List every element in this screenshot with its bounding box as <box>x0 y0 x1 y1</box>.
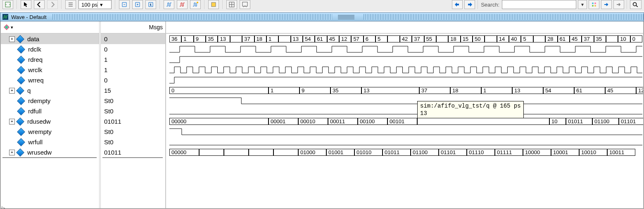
toolbar-wave-button[interactable] <box>164 0 174 9</box>
bus-segment: 01000 <box>298 149 326 156</box>
bus-segment <box>387 35 399 42</box>
search-go-button[interactable] <box>613 0 624 9</box>
bus-segment: 6 <box>364 35 375 42</box>
signal-row-wrclk[interactable]: wrclk <box>1 65 99 75</box>
bus-segment: 35 <box>594 35 606 42</box>
signal-msg-data[interactable]: 0 <box>101 34 165 44</box>
signal-msg-wrreq[interactable]: 0 <box>101 75 165 85</box>
toolbar-cursor-button[interactable] <box>21 0 31 9</box>
bus-segment: 9 <box>194 35 206 42</box>
signal-row-rdfull[interactable]: rdfull <box>1 106 99 116</box>
svg-point-9 <box>633 2 637 6</box>
bus-segment: 00010 <box>298 118 328 125</box>
waveform-body[interactable]: 3619351337181135461451257654237551815501… <box>166 34 643 208</box>
lane-data[interactable]: 3619351337181135461451257654237551815501… <box>169 34 642 44</box>
signal-msg-rdfull[interactable]: St0 <box>101 106 165 116</box>
toolbar-fwd-button[interactable] <box>47 0 58 9</box>
signal-msg-wrfull[interactable]: St0 <box>101 137 165 147</box>
bus-segment: 36 <box>169 35 181 42</box>
lane-rdusedw[interactable]: 0000000001000100001100100001011001011011… <box>169 116 642 127</box>
bus-segment: 01110 <box>467 149 495 156</box>
lane-rdempty[interactable] <box>169 96 642 106</box>
signal-msg-value: 1 <box>104 56 107 63</box>
titlebar-grip[interactable] <box>338 14 354 19</box>
chevron-down-icon[interactable]: ▾ <box>97 2 105 8</box>
toolbar-memory-button[interactable] <box>208 0 219 9</box>
signal-name-label: wrfull <box>28 139 43 146</box>
lane-wrclk[interactable] <box>169 65 642 75</box>
toolbar-back-button[interactable] <box>34 0 45 9</box>
toolbar-find-next-button[interactable] <box>464 0 475 9</box>
signal-row-rdempty[interactable]: rdempty <box>1 96 99 106</box>
lane-wrempty[interactable] <box>169 127 642 137</box>
signal-msg-rdempty[interactable]: St0 <box>101 96 165 106</box>
chevron-down-icon[interactable]: ▾ <box>11 25 13 30</box>
signal-row-rdusedw[interactable]: +rdusedw <box>1 116 99 127</box>
zoom-button[interactable] <box>630 0 642 9</box>
bus-segment: 1 <box>266 35 278 42</box>
lane-wrusedw[interactable]: 0000001000010010101001011011000110101110… <box>169 147 642 157</box>
signal-row-rdreq[interactable]: rdreq <box>1 54 99 65</box>
bus-segment: 13 <box>291 35 303 42</box>
search-options-button[interactable] <box>589 0 599 9</box>
signal-msg-value: 0 <box>104 46 107 53</box>
bus-segment: 35 <box>206 35 218 42</box>
signal-row-wrempty[interactable]: wrempty <box>1 127 99 137</box>
toolbar-button[interactable] <box>2 0 13 9</box>
lane-wrfull[interactable] <box>169 137 642 147</box>
expand-icon[interactable]: + <box>9 88 15 94</box>
signal-msg-q[interactable]: 15 <box>101 85 165 96</box>
signal-msg-wrempty[interactable]: St0 <box>101 127 165 137</box>
bus-segment: 01100 <box>411 149 439 156</box>
toolbar-list-button[interactable] <box>65 0 76 9</box>
signal-msg-wrusedw[interactable]: 01011 <box>101 147 165 157</box>
bus-segment: 12 <box>636 87 643 94</box>
signals-icon[interactable] <box>3 24 10 31</box>
wave-window-titlebar[interactable]: Wave - Default <box>0 12 644 21</box>
expand-icon[interactable]: + <box>9 36 15 42</box>
search-dropdown-button[interactable]: ▾ <box>578 0 587 9</box>
signal-row-q[interactable]: +q <box>1 85 99 96</box>
search-go-button[interactable] <box>601 0 612 9</box>
bus-segment: 01101 <box>619 118 643 125</box>
bus-segment: 01010 <box>354 149 383 156</box>
time-field[interactable]: 100 ps▾ <box>78 0 112 9</box>
signal-name-label: wrreq <box>28 77 44 84</box>
signal-msg-rdusedw[interactable]: 01011 <box>101 116 165 127</box>
toolbar-dropdown-button[interactable] <box>240 0 250 9</box>
toolbar-step-button[interactable] <box>132 0 143 9</box>
signal-row-wrusedw[interactable]: +wrusedw <box>1 147 99 157</box>
toolbar-grid-button[interactable] <box>226 0 237 9</box>
lane-rdclk[interactable] <box>169 44 642 54</box>
signal-row-wrfull[interactable]: wrfull <box>1 137 99 147</box>
signal-row-rdclk[interactable]: rdclk <box>1 44 99 54</box>
toolbar-wave-star-button[interactable] <box>190 0 201 9</box>
expand-icon[interactable]: + <box>9 150 15 155</box>
signal-msg-rdreq[interactable]: 1 <box>101 54 165 65</box>
signal-name-label: wrusedw <box>27 149 52 156</box>
signal-msg-wrclk[interactable]: 1 <box>101 65 165 75</box>
wave-frame: ▾ +datardclkrdreqwrclkwrreq+qrdemptyrdfu… <box>0 21 644 209</box>
msgs-column: Msgs 0011015St0St001011St0St001011 <box>101 21 166 208</box>
search-input[interactable] <box>502 0 576 9</box>
signal-row-wrreq[interactable]: wrreq <box>1 75 99 85</box>
names-header: ▾ <box>1 21 99 34</box>
signal-row-data[interactable]: +data <box>1 34 99 44</box>
lane-rdreq[interactable] <box>169 54 642 65</box>
expand-icon[interactable]: + <box>9 119 15 124</box>
toolbar-find-prev-button[interactable] <box>452 0 463 9</box>
signal-msg-rdclk[interactable]: 0 <box>101 44 165 54</box>
signal-msg-value: St0 <box>104 139 114 146</box>
signal-msg-value: 01011 <box>104 149 121 156</box>
lane-rdfull[interactable] <box>169 106 642 116</box>
signal-name-label: data <box>27 35 39 42</box>
bus-segment: 10011 <box>607 149 635 156</box>
toolbar-wave-button[interactable] <box>177 0 188 9</box>
bus-segment <box>606 35 618 42</box>
bus-segment: 61 <box>558 35 570 42</box>
lane-wrreq[interactable] <box>169 75 642 85</box>
toolbar-step-button[interactable] <box>119 0 130 9</box>
bus-segment: 01011 <box>383 149 411 156</box>
toolbar-step-down-button[interactable] <box>145 0 156 9</box>
lane-q[interactable]: 0193513371811354614512 <box>169 85 642 96</box>
